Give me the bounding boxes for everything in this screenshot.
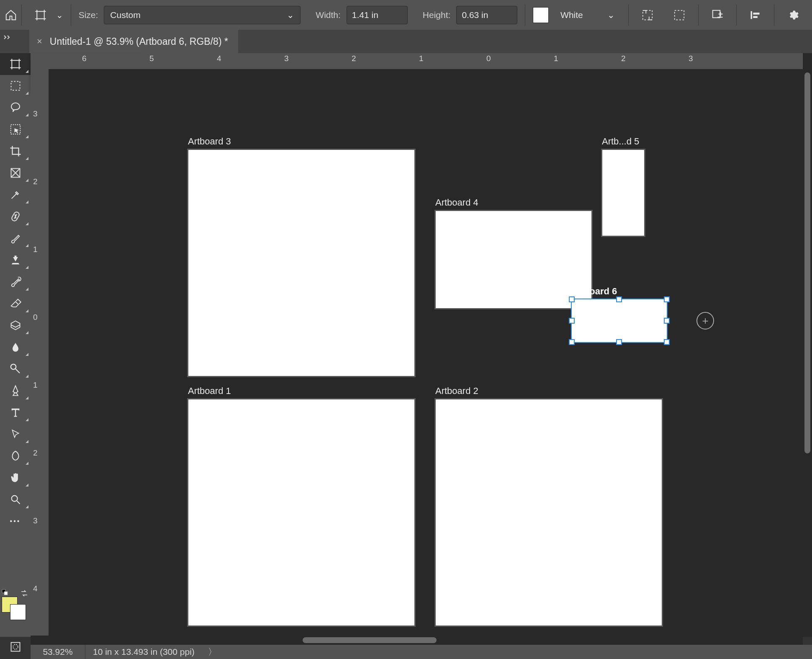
artboard-label[interactable]: Artboard 1 — [188, 386, 231, 396]
svg-rect-1 — [643, 10, 653, 20]
artboard-fill-swatch[interactable] — [533, 7, 549, 23]
svg-rect-2 — [675, 10, 684, 20]
tools-panel: ••• — [0, 53, 31, 637]
clone-stamp-tool[interactable] — [0, 249, 31, 271]
ruler-v-tick: 2 — [33, 448, 38, 458]
scrollbar-thumb[interactable] — [804, 72, 810, 453]
chevron-down-icon: ⌄ — [287, 10, 294, 20]
background-color[interactable] — [10, 604, 26, 620]
scrollbar-thumb[interactable] — [303, 637, 437, 643]
selection-handle[interactable] — [664, 318, 670, 324]
svg-rect-4 — [751, 11, 753, 19]
pen-tool[interactable] — [0, 380, 31, 402]
artboard-label[interactable]: Artboard 3 — [188, 136, 231, 147]
options-bar: ⌄ Size: Custom ⌄ Width: 1.41 in Height: … — [0, 0, 812, 30]
quick-mask-tool[interactable] — [0, 636, 31, 658]
height-input[interactable]: 0.63 in — [456, 6, 517, 24]
artboard-label[interactable]: Artboard 4 — [435, 197, 478, 208]
selection-handle[interactable] — [616, 339, 622, 345]
artboard-options-icon[interactable] — [668, 4, 691, 26]
ruler-h-tick: 2 — [621, 54, 626, 63]
width-label: Width: — [316, 10, 341, 20]
shape-tool[interactable] — [0, 445, 31, 467]
chevron-down-icon[interactable]: ⌄ — [56, 10, 63, 20]
fill-label: White — [560, 10, 583, 20]
settings-icon[interactable] — [782, 4, 804, 26]
color-swatches — [2, 589, 28, 617]
healing-brush-tool[interactable] — [0, 206, 31, 227]
svg-rect-15 — [4, 592, 8, 595]
gradient-tool[interactable] — [0, 314, 31, 336]
eyedropper-tool[interactable] — [0, 184, 31, 206]
crop-tool[interactable] — [0, 140, 31, 162]
artboard-label[interactable]: Artb...d 5 — [602, 136, 639, 147]
path-selection-tool[interactable] — [0, 423, 31, 445]
artboard-tool-indicator-icon[interactable] — [29, 4, 52, 26]
object-selection-tool[interactable] — [0, 118, 31, 140]
svg-point-17 — [13, 644, 18, 649]
svg-rect-0 — [37, 11, 44, 19]
history-brush-tool[interactable] — [0, 271, 31, 293]
selection-handle[interactable] — [569, 296, 575, 302]
eraser-tool[interactable] — [0, 293, 31, 314]
artboard-fill-select[interactable]: White ⌄ — [555, 6, 621, 24]
close-tab-icon[interactable]: × — [37, 36, 42, 47]
artboard-3[interactable] — [187, 149, 416, 377]
ruler-h-tick: 1 — [419, 54, 424, 63]
add-artboard-button[interactable]: + — [696, 312, 714, 330]
selection-handle[interactable] — [664, 296, 670, 302]
artboard-6[interactable] — [571, 299, 668, 343]
marquee-tool[interactable] — [0, 75, 31, 97]
hand-tool[interactable] — [0, 467, 31, 489]
svg-rect-5 — [753, 13, 760, 15]
dodge-tool[interactable] — [0, 358, 31, 380]
ruler-h-tick: 3 — [689, 54, 693, 63]
add-artboard-icon[interactable] — [706, 4, 729, 26]
selection-handle[interactable] — [664, 339, 670, 345]
constrain-icon[interactable] — [636, 4, 659, 26]
lasso-tool[interactable] — [0, 97, 31, 118]
document-info[interactable]: 10 in x 13.493 in (300 ppi) — [85, 647, 202, 657]
selection-handle[interactable] — [569, 318, 575, 324]
zoom-tool[interactable] — [0, 489, 31, 510]
artboard-label[interactable]: Artboard 2 — [435, 386, 478, 396]
ruler-v-tick: 3 — [33, 516, 38, 525]
selection-handle[interactable] — [569, 339, 575, 345]
swap-colors-icon[interactable] — [20, 589, 28, 597]
artboard-label-selected[interactable]: Artboard 6 — [570, 286, 617, 297]
svg-point-12 — [10, 364, 16, 370]
brush-tool[interactable] — [0, 227, 31, 249]
zoom-level[interactable]: 53.92% — [31, 645, 85, 659]
panel-expand-icon[interactable] — [3, 35, 13, 42]
canvas[interactable]: Artboard 3 Artb...d 5 Artboard 4 Artboar… — [49, 69, 812, 637]
artboard-5[interactable] — [601, 149, 645, 237]
vertical-scrollbar[interactable] — [803, 53, 812, 637]
default-colors-icon[interactable] — [2, 589, 9, 597]
horizontal-scrollbar[interactable] — [31, 636, 803, 645]
status-menu-icon[interactable]: 〉 — [202, 646, 223, 658]
artboard-4[interactable] — [434, 210, 593, 309]
frame-tool[interactable] — [0, 162, 31, 184]
type-tool[interactable] — [0, 402, 31, 423]
selection-handle[interactable] — [616, 296, 622, 302]
home-button[interactable] — [0, 0, 21, 30]
chevron-down-icon: ⌄ — [607, 10, 615, 20]
vertical-ruler[interactable]: 3 2 1 0 1 2 3 4 — [31, 69, 49, 637]
width-value: 1.41 in — [352, 10, 378, 20]
ruler-h-tick: 1 — [554, 54, 558, 63]
artboard-tool[interactable] — [0, 53, 31, 75]
artboard-1[interactable] — [187, 398, 416, 627]
width-input[interactable]: 1.41 in — [347, 6, 408, 24]
blur-tool[interactable] — [0, 336, 31, 358]
horizontal-ruler[interactable]: 6 5 4 3 2 1 0 1 2 3 — [49, 53, 812, 70]
artboard-2[interactable] — [434, 398, 663, 627]
edit-toolbar[interactable]: ••• — [0, 510, 31, 532]
size-label: Size: — [79, 10, 98, 20]
ruler-origin[interactable] — [31, 53, 49, 70]
svg-point-13 — [11, 496, 17, 502]
size-preset-select[interactable]: Custom ⌄ — [104, 6, 301, 24]
document-tab[interactable]: × Untitled-1 @ 53.9% (Artboard 6, RGB/8)… — [29, 30, 238, 53]
align-icon[interactable] — [744, 4, 766, 26]
ruler-h-tick: 3 — [284, 54, 289, 63]
svg-rect-6 — [753, 16, 758, 18]
